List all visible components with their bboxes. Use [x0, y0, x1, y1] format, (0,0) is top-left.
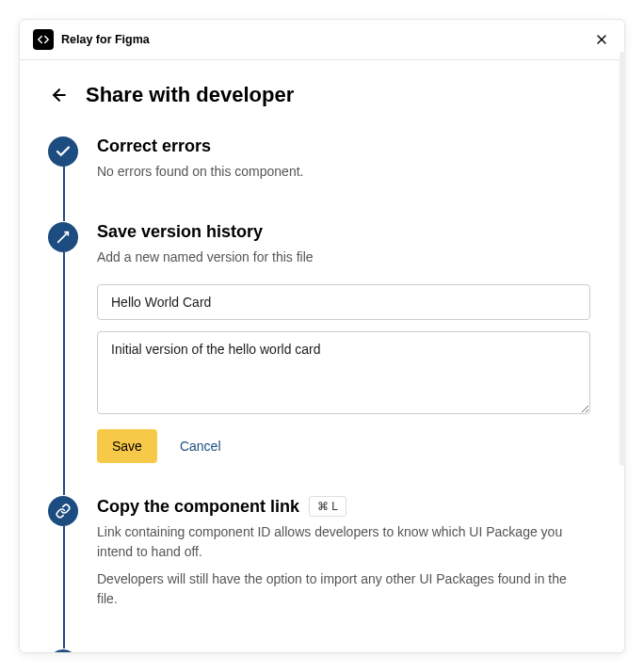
step-subtitle: Developers will still have the option to… [97, 569, 590, 609]
save-button[interactable]: Save [97, 429, 157, 463]
step-title: Save version history [97, 222, 590, 242]
version-name-input[interactable] [97, 284, 590, 320]
header-bar: Relay for Figma [20, 20, 624, 60]
step-title-text: Copy the component link [97, 497, 299, 517]
page-header: Share with developer [20, 60, 624, 126]
plugin-name: Relay for Figma [61, 33, 592, 46]
pencil-icon [48, 222, 78, 252]
step-subtitle: No errors found on this component. [97, 162, 590, 182]
svg-line-3 [58, 232, 69, 243]
content-area: Correct errors No errors found on this c… [20, 126, 624, 652]
step-import-android: Import in Android Studio Share this link… [97, 649, 590, 652]
close-button[interactable] [592, 30, 611, 49]
step-subtitle: Link containing component ID allows deve… [97, 522, 590, 562]
page-title: Share with developer [86, 83, 294, 107]
link-icon [48, 496, 78, 526]
form-buttons: Save Cancel [97, 429, 590, 463]
step-title: Copy the component link ⌘ L [97, 496, 590, 517]
plugin-icon [33, 29, 54, 50]
android-icon [48, 649, 78, 652]
version-form: Save Cancel [97, 284, 590, 463]
step-connector [63, 167, 65, 221]
step-correct-errors: Correct errors No errors found on this c… [97, 136, 590, 219]
step-copy-link: Copy the component link ⌘ L Link contain… [97, 496, 590, 647]
step-connector [63, 526, 65, 648]
cancel-button[interactable]: Cancel [180, 439, 221, 454]
version-description-input[interactable] [97, 331, 590, 414]
check-icon [48, 136, 78, 167]
step-connector [63, 252, 65, 495]
back-button[interactable] [48, 84, 71, 106]
step-save-version: Save version history Add a new named ver… [97, 222, 590, 493]
step-title: Correct errors [97, 136, 590, 156]
keyboard-shortcut: ⌘ L [309, 496, 346, 517]
step-title: Import in Android Studio [97, 649, 590, 652]
share-panel: Relay for Figma Share with developer [19, 19, 625, 653]
step-subtitle: Add a new named version for this file [97, 248, 590, 267]
